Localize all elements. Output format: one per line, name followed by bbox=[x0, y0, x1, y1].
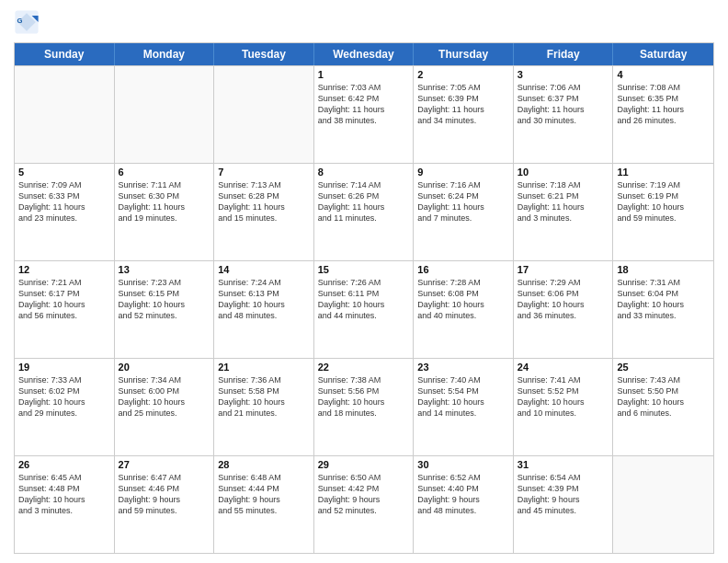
calendar-cell: 16Sunrise: 7:28 AM Sunset: 6:08 PM Dayli… bbox=[414, 261, 514, 358]
cell-daylight-info: Sunrise: 7:41 AM Sunset: 5:52 PM Dayligh… bbox=[518, 374, 609, 419]
day-number: 1 bbox=[318, 69, 410, 80]
day-number: 7 bbox=[218, 167, 310, 178]
cell-daylight-info: Sunrise: 6:48 AM Sunset: 4:44 PM Dayligh… bbox=[218, 472, 310, 517]
cell-daylight-info: Sunrise: 7:31 AM Sunset: 6:04 PM Dayligh… bbox=[617, 277, 710, 322]
cell-daylight-info: Sunrise: 7:09 AM Sunset: 6:33 PM Dayligh… bbox=[18, 179, 110, 224]
calendar-cell: 13Sunrise: 7:23 AM Sunset: 6:15 PM Dayli… bbox=[115, 261, 215, 358]
day-number: 10 bbox=[518, 167, 609, 178]
day-number: 18 bbox=[617, 264, 710, 275]
calendar-cell: 28Sunrise: 6:48 AM Sunset: 4:44 PM Dayli… bbox=[214, 456, 314, 553]
calendar-cell: 20Sunrise: 7:34 AM Sunset: 6:00 PM Dayli… bbox=[115, 359, 215, 455]
cell-daylight-info: Sunrise: 7:36 AM Sunset: 5:58 PM Dayligh… bbox=[218, 374, 310, 419]
cell-daylight-info: Sunrise: 7:38 AM Sunset: 5:56 PM Dayligh… bbox=[318, 374, 410, 419]
calendar-header: SundayMondayTuesdayWednesdayThursdayFrid… bbox=[15, 43, 713, 65]
calendar-cell: 11Sunrise: 7:19 AM Sunset: 6:19 PM Dayli… bbox=[613, 164, 713, 260]
day-number: 28 bbox=[218, 459, 310, 470]
calendar-body: 1Sunrise: 7:03 AM Sunset: 6:42 PM Daylig… bbox=[15, 65, 713, 553]
cell-daylight-info: Sunrise: 7:24 AM Sunset: 6:13 PM Dayligh… bbox=[218, 277, 310, 322]
cell-daylight-info: Sunrise: 7:23 AM Sunset: 6:15 PM Dayligh… bbox=[119, 277, 210, 322]
day-number: 19 bbox=[18, 362, 110, 373]
day-number: 25 bbox=[617, 362, 710, 373]
calendar-row: 5Sunrise: 7:09 AM Sunset: 6:33 PM Daylig… bbox=[15, 163, 713, 260]
day-number: 24 bbox=[518, 362, 609, 373]
weekday-header: Tuesday bbox=[214, 43, 314, 65]
calendar-row: 26Sunrise: 6:45 AM Sunset: 4:48 PM Dayli… bbox=[15, 455, 713, 553]
calendar-cell: 21Sunrise: 7:36 AM Sunset: 5:58 PM Dayli… bbox=[214, 359, 314, 455]
calendar-cell: 31Sunrise: 6:54 AM Sunset: 4:39 PM Dayli… bbox=[514, 456, 614, 553]
day-number: 6 bbox=[119, 167, 210, 178]
day-number: 23 bbox=[417, 362, 509, 373]
cell-daylight-info: Sunrise: 6:47 AM Sunset: 4:46 PM Dayligh… bbox=[119, 472, 210, 517]
day-number: 21 bbox=[218, 362, 310, 373]
day-number: 5 bbox=[18, 167, 110, 178]
day-number: 29 bbox=[318, 459, 410, 470]
calendar-cell: 17Sunrise: 7:29 AM Sunset: 6:06 PM Dayli… bbox=[514, 261, 614, 358]
day-number: 8 bbox=[318, 167, 410, 178]
calendar-cell: 2Sunrise: 7:05 AM Sunset: 6:39 PM Daylig… bbox=[414, 66, 514, 163]
calendar-cell: 15Sunrise: 7:26 AM Sunset: 6:11 PM Dayli… bbox=[314, 261, 415, 358]
calendar-cell: 8Sunrise: 7:14 AM Sunset: 6:26 PM Daylig… bbox=[314, 164, 415, 260]
day-number: 13 bbox=[119, 264, 210, 275]
day-number: 20 bbox=[119, 362, 210, 373]
cell-daylight-info: Sunrise: 6:45 AM Sunset: 4:48 PM Dayligh… bbox=[18, 472, 110, 517]
calendar-row: 12Sunrise: 7:21 AM Sunset: 6:17 PM Dayli… bbox=[15, 260, 713, 358]
calendar-cell: 26Sunrise: 6:45 AM Sunset: 4:48 PM Dayli… bbox=[15, 456, 115, 553]
cell-daylight-info: Sunrise: 6:54 AM Sunset: 4:39 PM Dayligh… bbox=[518, 472, 609, 517]
calendar-cell: 24Sunrise: 7:41 AM Sunset: 5:52 PM Dayli… bbox=[514, 359, 614, 455]
cell-daylight-info: Sunrise: 7:03 AM Sunset: 6:42 PM Dayligh… bbox=[318, 82, 410, 127]
calendar: SundayMondayTuesdayWednesdayThursdayFrid… bbox=[14, 42, 714, 554]
svg-text:G: G bbox=[17, 17, 23, 25]
calendar-cell: 6Sunrise: 7:11 AM Sunset: 6:30 PM Daylig… bbox=[115, 164, 215, 260]
day-number: 16 bbox=[417, 264, 509, 275]
cell-daylight-info: Sunrise: 7:43 AM Sunset: 5:50 PM Dayligh… bbox=[617, 374, 710, 419]
weekday-header: Saturday bbox=[613, 43, 713, 65]
calendar-row: 1Sunrise: 7:03 AM Sunset: 6:42 PM Daylig… bbox=[15, 65, 713, 163]
cell-daylight-info: Sunrise: 7:19 AM Sunset: 6:19 PM Dayligh… bbox=[617, 179, 710, 224]
cell-daylight-info: Sunrise: 7:14 AM Sunset: 6:26 PM Dayligh… bbox=[318, 179, 410, 224]
cell-daylight-info: Sunrise: 7:28 AM Sunset: 6:08 PM Dayligh… bbox=[417, 277, 509, 322]
cell-daylight-info: Sunrise: 7:34 AM Sunset: 6:00 PM Dayligh… bbox=[119, 374, 210, 419]
calendar-cell: 4Sunrise: 7:08 AM Sunset: 6:35 PM Daylig… bbox=[613, 66, 713, 163]
cell-daylight-info: Sunrise: 6:52 AM Sunset: 4:40 PM Dayligh… bbox=[417, 472, 509, 517]
day-number: 30 bbox=[417, 459, 509, 470]
day-number: 22 bbox=[318, 362, 410, 373]
cell-daylight-info: Sunrise: 7:08 AM Sunset: 6:35 PM Dayligh… bbox=[617, 82, 710, 127]
day-number: 3 bbox=[518, 69, 609, 80]
calendar-cell: 14Sunrise: 7:24 AM Sunset: 6:13 PM Dayli… bbox=[214, 261, 314, 358]
calendar-cell bbox=[613, 456, 713, 553]
calendar-row: 19Sunrise: 7:33 AM Sunset: 6:02 PM Dayli… bbox=[15, 358, 713, 455]
cell-daylight-info: Sunrise: 7:29 AM Sunset: 6:06 PM Dayligh… bbox=[518, 277, 609, 322]
cell-daylight-info: Sunrise: 6:50 AM Sunset: 4:42 PM Dayligh… bbox=[318, 472, 410, 517]
cell-daylight-info: Sunrise: 7:16 AM Sunset: 6:24 PM Dayligh… bbox=[417, 179, 509, 224]
logo: G bbox=[14, 9, 43, 35]
day-number: 27 bbox=[119, 459, 210, 470]
weekday-header: Sunday bbox=[15, 43, 115, 65]
calendar-cell bbox=[214, 66, 314, 163]
calendar-cell: 10Sunrise: 7:18 AM Sunset: 6:21 PM Dayli… bbox=[514, 164, 614, 260]
cell-daylight-info: Sunrise: 7:11 AM Sunset: 6:30 PM Dayligh… bbox=[119, 179, 210, 224]
cell-daylight-info: Sunrise: 7:18 AM Sunset: 6:21 PM Dayligh… bbox=[518, 179, 609, 224]
day-number: 11 bbox=[617, 167, 710, 178]
day-number: 17 bbox=[518, 264, 609, 275]
calendar-cell: 5Sunrise: 7:09 AM Sunset: 6:33 PM Daylig… bbox=[15, 164, 115, 260]
page: G SundayMondayTuesdayWednesdayThursdayFr… bbox=[0, 0, 728, 563]
cell-daylight-info: Sunrise: 7:33 AM Sunset: 6:02 PM Dayligh… bbox=[18, 374, 110, 419]
weekday-header: Monday bbox=[115, 43, 215, 65]
weekday-header: Wednesday bbox=[314, 43, 415, 65]
calendar-cell: 22Sunrise: 7:38 AM Sunset: 5:56 PM Dayli… bbox=[314, 359, 415, 455]
calendar-cell: 12Sunrise: 7:21 AM Sunset: 6:17 PM Dayli… bbox=[15, 261, 115, 358]
calendar-cell: 23Sunrise: 7:40 AM Sunset: 5:54 PM Dayli… bbox=[414, 359, 514, 455]
header: G bbox=[14, 9, 714, 35]
cell-daylight-info: Sunrise: 7:05 AM Sunset: 6:39 PM Dayligh… bbox=[417, 82, 509, 127]
calendar-cell: 9Sunrise: 7:16 AM Sunset: 6:24 PM Daylig… bbox=[414, 164, 514, 260]
cell-daylight-info: Sunrise: 7:06 AM Sunset: 6:37 PM Dayligh… bbox=[518, 82, 609, 127]
day-number: 2 bbox=[417, 69, 509, 80]
calendar-cell: 3Sunrise: 7:06 AM Sunset: 6:37 PM Daylig… bbox=[514, 66, 614, 163]
calendar-cell: 19Sunrise: 7:33 AM Sunset: 6:02 PM Dayli… bbox=[15, 359, 115, 455]
cell-daylight-info: Sunrise: 7:21 AM Sunset: 6:17 PM Dayligh… bbox=[18, 277, 110, 322]
day-number: 26 bbox=[18, 459, 110, 470]
logo-icon: G bbox=[14, 9, 40, 35]
day-number: 15 bbox=[318, 264, 410, 275]
calendar-cell bbox=[15, 66, 115, 163]
calendar-cell: 29Sunrise: 6:50 AM Sunset: 4:42 PM Dayli… bbox=[314, 456, 415, 553]
